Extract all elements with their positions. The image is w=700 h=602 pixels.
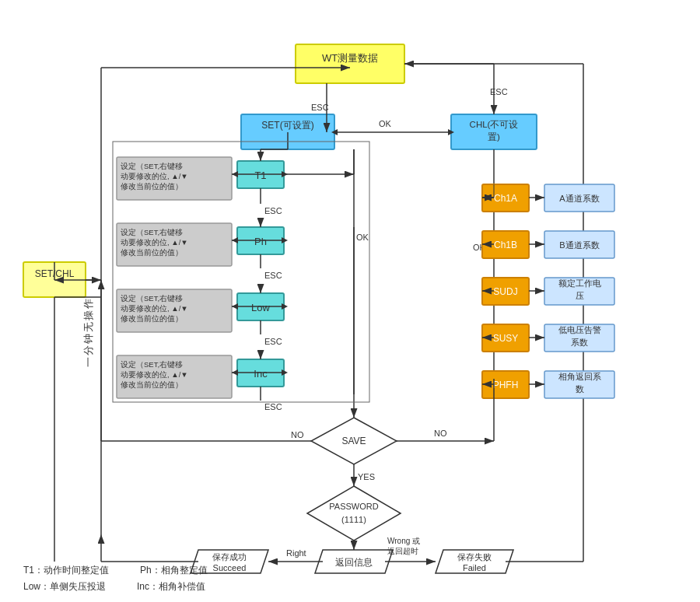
- svg-text:Succeed: Succeed: [213, 563, 247, 572]
- svg-text:低电压告警: 低电压告警: [558, 325, 601, 334]
- svg-text:返回信息: 返回信息: [335, 557, 373, 568]
- svg-text:PHFH: PHFH: [493, 380, 519, 390]
- svg-text:动要修改的位, ▲/▼: 动要修改的位, ▲/▼: [121, 172, 188, 180]
- legend-t1: T1：动作时间整定值: [23, 562, 109, 579]
- svg-text:返回超时: 返回超时: [387, 547, 418, 555]
- svg-text:A通道系数: A通道系数: [559, 194, 599, 203]
- svg-text:CHL(不可设: CHL(不可设: [470, 120, 519, 129]
- svg-text:动要修改的位, ▲/▼: 动要修改的位, ▲/▼: [121, 370, 188, 379]
- legend: T1：动作时间整定值 Ph：相角整定值 Low：单侧失压投退 Inc：相角补偿值: [23, 562, 208, 596]
- svg-marker-52: [232, 237, 238, 243]
- svg-text:保存成功: 保存成功: [212, 552, 247, 562]
- svg-text:T1: T1: [254, 170, 266, 181]
- svg-text:SUDJ: SUDJ: [493, 286, 517, 297]
- svg-text:系数: 系数: [571, 338, 588, 347]
- svg-text:保存失败: 保存失败: [457, 552, 492, 562]
- svg-text:设定（SET,右键移: 设定（SET,右键移: [121, 360, 183, 369]
- svg-text:B通道系数: B通道系数: [559, 240, 599, 250]
- svg-text:数: 数: [576, 384, 584, 394]
- svg-text:SET(可设置): SET(可设置): [261, 120, 313, 131]
- legend-row-2: Low：单侧失压投退 Inc：相角补偿值: [23, 579, 208, 596]
- flowchart-svg: WT测量数据 SET(可设置) CHL(不可设 置) ESC ESC OK SE…: [0, 0, 700, 602]
- svg-text:Ph: Ph: [254, 236, 267, 247]
- svg-text:Inc: Inc: [254, 368, 268, 380]
- legend-row-1: T1：动作时间整定值 Ph：相角整定值: [23, 562, 208, 579]
- svg-marker-49: [232, 171, 238, 177]
- svg-text:修改当前位的值）: 修改当前位的值）: [121, 314, 183, 323]
- svg-marker-87: [307, 486, 401, 541]
- legend-ph: Ph：相角整定值: [140, 562, 208, 579]
- svg-text:修改当前位的值）: 修改当前位的值）: [121, 182, 183, 191]
- svg-text:WT测量数据: WT测量数据: [322, 52, 378, 64]
- svg-rect-2: [296, 44, 404, 83]
- svg-text:Ch1B: Ch1B: [494, 240, 517, 250]
- svg-text:PASSWORD: PASSWORD: [329, 502, 378, 511]
- legend-inc: Inc：相角补偿值: [137, 579, 205, 596]
- svg-text:ESC: ESC: [264, 402, 282, 411]
- diagram-container: WT测量数据 SET(可设置) CHL(不可设 置) ESC ESC OK SE…: [0, 0, 700, 602]
- svg-text:压: 压: [576, 291, 584, 300]
- svg-text:NO: NO: [434, 429, 447, 438]
- svg-text:ESC: ESC: [264, 206, 282, 215]
- svg-text:YES: YES: [358, 472, 375, 481]
- svg-text:SAVE: SAVE: [341, 436, 366, 446]
- svg-marker-58: [232, 369, 238, 376]
- svg-text:(1111): (1111): [341, 515, 366, 524]
- svg-marker-55: [232, 303, 238, 310]
- svg-text:SUSY: SUSY: [493, 333, 519, 344]
- svg-text:设定（SET,右键移: 设定（SET,右键移: [121, 294, 183, 303]
- svg-text:ESC: ESC: [490, 87, 508, 96]
- svg-text:设定（SET,右键移: 设定（SET,右键移: [121, 162, 183, 170]
- svg-text:相角返回系: 相角返回系: [558, 372, 601, 381]
- svg-text:额定工作电: 额定工作电: [558, 278, 601, 288]
- svg-text:动要修改的位, ▲/▼: 动要修改的位, ▲/▼: [121, 238, 188, 247]
- svg-text:ESC: ESC: [264, 271, 282, 280]
- svg-text:Wrong 或: Wrong 或: [387, 537, 420, 545]
- svg-text:Ch1A: Ch1A: [494, 193, 517, 204]
- svg-text:ESC: ESC: [264, 337, 282, 346]
- svg-text:置): 置): [488, 132, 500, 142]
- svg-text:Low: Low: [251, 302, 270, 313]
- svg-text:OK: OK: [379, 119, 392, 128]
- svg-text:一分钟无操作: 一分钟无操作: [82, 297, 94, 367]
- svg-text:修改当前位的值）: 修改当前位的值）: [121, 380, 183, 389]
- legend-low: Low：单侧失压投退: [23, 579, 106, 596]
- svg-text:ESC: ESC: [311, 103, 329, 112]
- svg-text:动要修改的位, ▲/▼: 动要修改的位, ▲/▼: [121, 304, 188, 313]
- svg-text:OK: OK: [356, 233, 369, 242]
- svg-text:NO: NO: [291, 430, 304, 439]
- svg-text:Right: Right: [286, 548, 306, 558]
- svg-text:设定（SET,右键移: 设定（SET,右键移: [121, 228, 183, 236]
- svg-text:Failed: Failed: [463, 563, 486, 572]
- svg-text:修改当前位的值）: 修改当前位的值）: [121, 248, 183, 257]
